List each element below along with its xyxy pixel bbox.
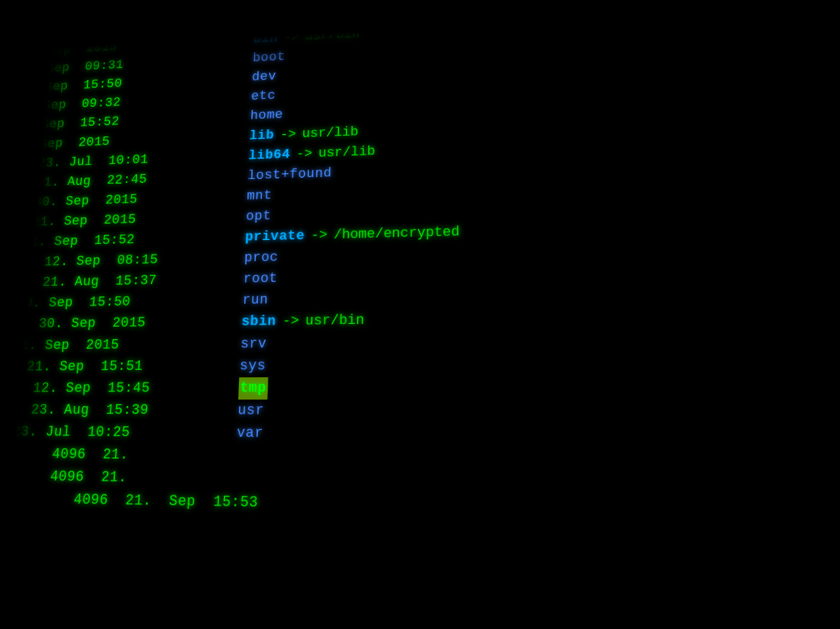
link-target-private: /home/encrypted (333, 222, 460, 246)
right-col-home: home (250, 106, 284, 127)
left-col: 4096 21. Sep 15:53 (0, 487, 259, 515)
link-target-lib64: usr/lib (318, 142, 375, 164)
right-col-sbin: sbin (241, 311, 276, 333)
left-col: 7 30. Sep 15:50 (0, 290, 243, 315)
right-col-tmp: tmp (238, 377, 268, 399)
right-col-root: root (243, 268, 278, 290)
line-19: 4096 12. Sep 15:45 tmp (0, 375, 840, 400)
right-col-lost: lost+found (247, 163, 332, 186)
left-col: 4096 30. Sep 2015 (0, 312, 242, 336)
left-col: 300 21. Sep 15:51 (0, 355, 240, 378)
right-col-proc: proc (243, 247, 278, 269)
terminal-content: Sep 15:53 .. Sep 2015 bin -> usr/bin 19 … (0, 2, 840, 629)
left-col: 0 21. Sep 2015 (0, 333, 241, 357)
right-col-boot: boot (252, 47, 285, 68)
right-col: .. (254, 11, 271, 31)
left-col: 23. Jul 10:25 (0, 421, 238, 445)
right-col-run: run (242, 290, 269, 312)
link-target-bin: usr/bin (304, 24, 360, 47)
arrow: -> (296, 144, 312, 165)
right-col-lib: lib (249, 125, 274, 146)
link-target-lib: usr/lib (302, 122, 358, 144)
left-col: oot 4096 21. (0, 443, 236, 468)
right-col-srv: srv (240, 333, 267, 355)
left-col: 4096 23. Aug 15:39 (0, 399, 238, 422)
right-col-bin: bin (253, 29, 278, 49)
right-col-opt: opt (245, 206, 272, 227)
right-col-dev: dev (251, 67, 276, 87)
arrow: -> (280, 125, 296, 145)
right-col-etc: etc (251, 87, 276, 107)
arrow: -> (282, 311, 299, 333)
left-col: oot 4096 21. (0, 465, 236, 491)
right-col-var: var (236, 422, 264, 445)
link-target-sbin: usr/bin (305, 310, 365, 333)
arrow: -> (284, 28, 300, 48)
right-col-mnt: mnt (246, 186, 272, 207)
arrow: -> (310, 225, 327, 247)
right-col-lib64: lib64 (248, 144, 291, 166)
line-20: 4096 23. Aug 15:39 usr (0, 399, 840, 424)
right-col-sys: sys (239, 355, 266, 377)
right-col-usr: usr (238, 399, 265, 422)
right-col-private: private (245, 226, 305, 248)
terminal-window: Sep 15:53 .. Sep 2015 bin -> usr/bin 19 … (0, 2, 840, 629)
left-col: 4096 12. Sep 15:45 (0, 377, 239, 399)
